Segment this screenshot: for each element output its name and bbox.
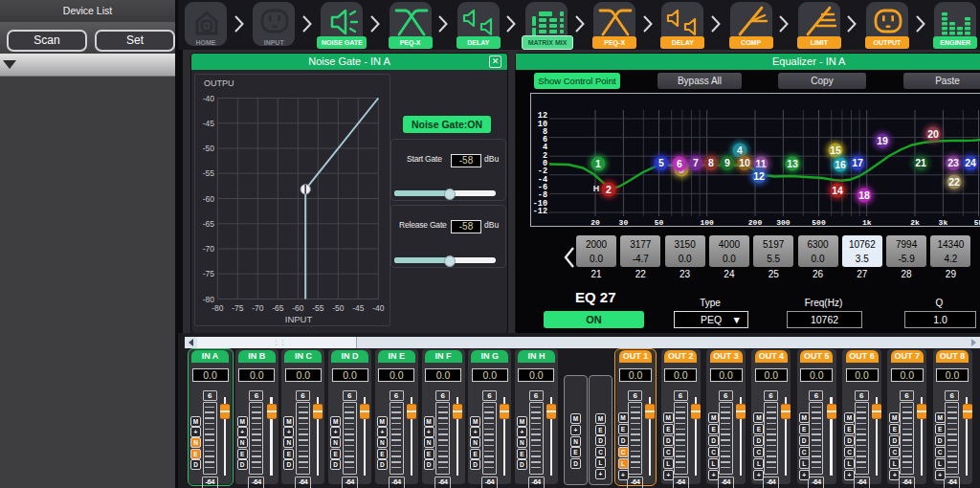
svg-text:23: 23	[947, 157, 959, 168]
svg-text:15: 15	[830, 144, 841, 156]
svg-text:2: 2	[606, 184, 612, 195]
svg-text:18: 18	[858, 189, 870, 201]
svg-text:21: 21	[915, 157, 926, 168]
svg-text:7: 7	[693, 157, 699, 168]
svg-text:16: 16	[835, 159, 846, 170]
svg-text:8: 8	[708, 157, 714, 168]
svg-text:5: 5	[658, 157, 664, 168]
svg-text:1: 1	[595, 158, 601, 169]
svg-text:22: 22	[948, 176, 960, 188]
svg-text:6: 6	[677, 158, 682, 169]
svg-text:17: 17	[852, 157, 863, 168]
svg-text:20: 20	[927, 128, 939, 140]
svg-text:10: 10	[739, 157, 750, 168]
svg-text:13: 13	[787, 158, 798, 169]
svg-text:12: 12	[753, 170, 765, 182]
svg-text:9: 9	[724, 157, 730, 168]
svg-text:H: H	[593, 184, 600, 193]
svg-text:24: 24	[965, 157, 976, 168]
svg-text:14: 14	[832, 185, 843, 196]
svg-text:19: 19	[877, 135, 888, 146]
svg-text:4: 4	[737, 144, 743, 156]
